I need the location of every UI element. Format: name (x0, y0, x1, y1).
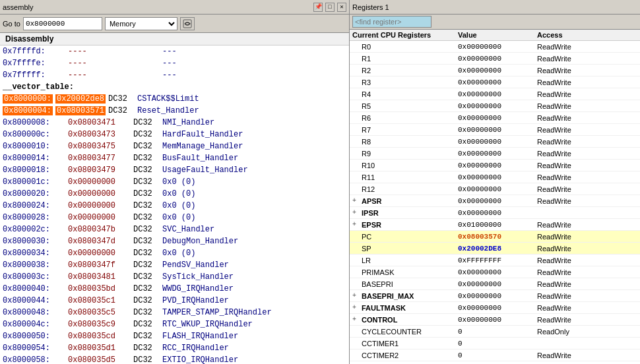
register-row[interactable]: R8 0x00000000 ReadWrite (350, 136, 640, 148)
register-row[interactable]: PRIMASK 0x00000000 ReadWrite (350, 266, 640, 278)
disasm-row[interactable]: __vector_table: (0, 81, 349, 93)
hex-value: 0x08003481 (68, 272, 131, 282)
expand-icon[interactable]: + (352, 292, 362, 299)
address: 0x7fffff: (3, 71, 65, 80)
register-value: 0x00000000 (458, 316, 537, 324)
disasm-row[interactable]: 0x800003c: 0x08003481 DC32 SysTick_Handl… (0, 271, 349, 283)
disasm-row[interactable]: 0x8000040: 0x080035bd DC32 WWDG_IRQHandl… (0, 283, 349, 295)
hex-value: 0x0800347d (68, 237, 131, 246)
register-row[interactable]: R12 0x00000000 ReadWrite (350, 183, 640, 195)
disasm-row[interactable]: 0x8000048: 0x080035c5 DC32 TAMPER_STAMP_… (0, 307, 349, 318)
register-row[interactable]: BASEPRI 0x00000000 ReadWrite (350, 278, 640, 290)
address: 0x8000044: (3, 296, 65, 305)
disasm-row[interactable]: 0x7ffffd: ---- --- (0, 46, 349, 57)
instruction: PendSV_Handler (162, 260, 346, 270)
register-name: R3 (362, 78, 458, 86)
register-row[interactable]: + IPSR 0x00000000 (350, 207, 640, 219)
register-row[interactable]: R4 0x00000000 ReadWrite (350, 88, 640, 100)
register-row[interactable]: R10 0x00000000 ReadWrite (350, 160, 640, 171)
register-row[interactable]: R2 0x00000000 ReadWrite (350, 65, 640, 76)
register-row[interactable]: R1 0x00000000 ReadWrite (350, 53, 640, 65)
disasm-row[interactable]: 0x800000c: 0x08003473 DC32 HardFault_Han… (0, 129, 349, 140)
instruction: 0x0 (0) (162, 213, 346, 222)
instruction-type: DC32 (133, 344, 160, 353)
find-register-input[interactable] (352, 16, 432, 28)
disasm-row[interactable]: 0x8000024: 0x00000000 DC32 0x0 (0) (0, 200, 349, 212)
disasm-row[interactable]: 0x7ffffe: ---- --- (0, 57, 349, 69)
pin-button[interactable]: 📌 (313, 3, 323, 12)
disasm-row[interactable]: 0x8000014: 0x08003477 DC32 BusFault_Hand… (0, 152, 349, 164)
register-row[interactable]: CCTIMER2 0 ReadWrite (350, 349, 640, 361)
register-row[interactable]: R11 0x00000000 ReadWrite (350, 171, 640, 183)
goto-input[interactable] (23, 17, 102, 30)
hex-value: 0x08003473 (68, 130, 131, 139)
register-row[interactable]: R0 0x00000000 ReadWrite (350, 41, 640, 53)
expand-icon[interactable]: + (352, 209, 362, 216)
register-value: 0x00000000 (458, 114, 537, 122)
disasm-row[interactable]: 0x800004c: 0x080035c9 DC32 RTC_WKUP_IRQH… (0, 318, 349, 330)
float-button[interactable]: □ (325, 3, 335, 12)
hex-value: 0x080035d5 (68, 355, 131, 364)
register-name: R0 (362, 43, 458, 51)
disasm-row[interactable]: 0x8000034: 0x00000000 DC32 0x0 (0) (0, 247, 349, 259)
address: 0x8000040: (3, 284, 65, 293)
expand-icon[interactable]: + (352, 221, 362, 228)
disasm-row[interactable]: 0x800002c: 0x0800347b DC32 SVC_Handler (0, 224, 349, 235)
memory-select[interactable]: Memory (105, 17, 177, 30)
register-name: R2 (362, 67, 458, 75)
expand-icon[interactable]: + (352, 197, 362, 204)
disasm-row[interactable]: 0x8000030: 0x0800347d DC32 DebugMon_Hand… (0, 235, 349, 247)
register-row[interactable]: R9 0x00000000 ReadWrite (350, 148, 640, 160)
disasm-row[interactable]: 0x8000000: 0x20002de8 DC32 CSTACK$$Limit (0, 93, 349, 105)
register-value: 0x00000000 (458, 67, 537, 75)
register-row[interactable]: CYCLECOUNTER 0 ReadOnly (350, 326, 640, 338)
address: 0x8000010: (3, 142, 65, 151)
disasm-row[interactable]: 0x8000008: 0x08003471 DC32 NMI_Handler (0, 117, 349, 129)
instruction-type: DC32 (133, 142, 160, 151)
register-row[interactable]: CCSTEP 0 ReadOnly (350, 361, 640, 364)
disasm-row[interactable]: 0x7fffff: ---- --- (0, 69, 349, 81)
reg-content[interactable]: R0 0x00000000 ReadWrite R1 0x00000000 Re… (350, 41, 640, 364)
register-row[interactable]: R7 0x00000000 ReadWrite (350, 124, 640, 136)
sync-button[interactable] (180, 17, 195, 30)
hex-value: 0x080035cd (68, 332, 131, 341)
disasm-row[interactable]: 0x8000054: 0x080035d1 DC32 RCC_IRQHandle… (0, 342, 349, 354)
register-row[interactable]: + CONTROL 0x00000000 ReadWrite (350, 314, 640, 326)
disassembly-header: Disassembly (0, 33, 349, 46)
register-row[interactable]: + EPSR 0x01000000 ReadWrite (350, 219, 640, 231)
register-value: 0x00000000 (458, 268, 537, 276)
disasm-row[interactable]: 0x8000050: 0x080035cd DC32 FLASH_IRQHand… (0, 330, 349, 342)
disasm-row[interactable]: 0x8000020: 0x00000000 DC32 0x0 (0) (0, 188, 349, 200)
register-row[interactable]: R3 0x00000000 ReadWrite (350, 76, 640, 88)
instruction: RTC_WKUP_IRQHandler (162, 320, 346, 329)
register-access: ReadWrite (537, 280, 637, 288)
register-row[interactable]: PC 0x08003570 ReadWrite (350, 231, 640, 243)
register-name: R4 (362, 90, 458, 98)
register-row[interactable]: CCTIMER1 0 (350, 338, 640, 349)
disasm-row[interactable]: 0x8000004: 0x08003571 DC32 Reset_Handler (0, 105, 349, 117)
register-row[interactable]: + FAULTMASK 0x00000000 ReadWrite (350, 302, 640, 314)
close-button[interactable]: ✕ (337, 3, 346, 12)
disassembly-content[interactable]: 0x7ffffd: ---- --- 0x7ffffe: ---- --- 0x… (0, 46, 349, 364)
register-value: 0x00000000 (458, 55, 537, 63)
disasm-row[interactable]: 0x8000038: 0x0800347f DC32 PendSV_Handle… (0, 259, 349, 271)
expand-icon[interactable]: + (352, 316, 362, 323)
expand-icon[interactable]: + (352, 304, 362, 311)
register-row[interactable]: R5 0x00000000 ReadWrite (350, 100, 640, 112)
register-row[interactable]: R6 0x00000000 ReadWrite (350, 112, 640, 124)
disasm-row[interactable]: 0x8000058: 0x080035d5 DC32 EXTIO_IRQHand… (0, 354, 349, 364)
register-row[interactable]: + APSR 0x00000000 ReadWrite (350, 195, 640, 207)
register-value: 0x00000000 (458, 292, 537, 300)
register-access: ReadWrite (537, 78, 637, 86)
disasm-row[interactable]: 0x800001c: 0x00000000 DC32 0x0 (0) (0, 176, 349, 188)
disasm-row[interactable]: 0x8000018: 0x08003479 DC32 UsageFault_Ha… (0, 164, 349, 176)
register-row[interactable]: SP 0x20002DE8 ReadWrite (350, 243, 640, 255)
disasm-row[interactable]: 0x8000010: 0x08003475 DC32 MemManage_Han… (0, 140, 349, 152)
register-row[interactable]: + BASEPRI_MAX 0x00000000 ReadWrite (350, 290, 640, 302)
register-access: ReadWrite (537, 173, 637, 181)
register-value: 0x00000000 (458, 185, 537, 193)
disasm-row[interactable]: 0x8000044: 0x080035c1 DC32 PVD_IRQHandle… (0, 295, 349, 307)
instruction-type: DC32 (133, 249, 160, 258)
disasm-row[interactable]: 0x8000028: 0x00000000 DC32 0x0 (0) (0, 212, 349, 224)
register-row[interactable]: LR 0xFFFFFFFF ReadWrite (350, 255, 640, 266)
